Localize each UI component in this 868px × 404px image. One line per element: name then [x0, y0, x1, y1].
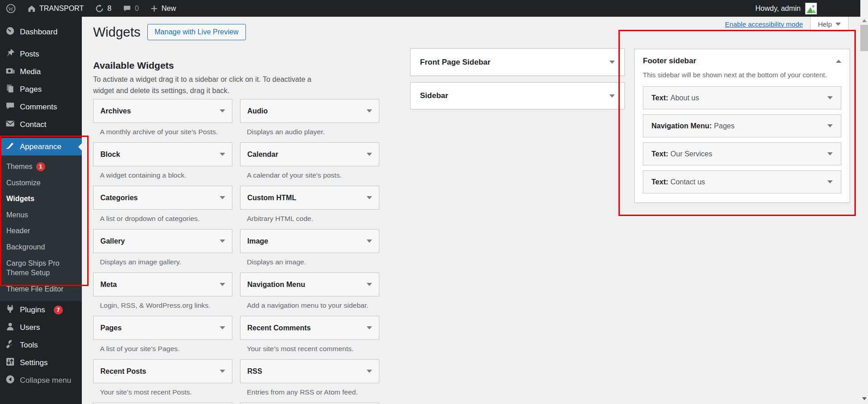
footer-sidebar-panel: Footer sidebar This sidebar will be show… [634, 49, 850, 203]
scrollbar-thumb[interactable] [860, 25, 868, 51]
widget-card-calendar[interactable]: Calendar [240, 142, 379, 166]
footer-sidebar-widgets: Text:About us Navigation Menu:Pages Text… [643, 86, 841, 193]
widget-desc: A widget containing a block. [100, 171, 232, 179]
sidebar-item-settings[interactable]: Settings [0, 354, 82, 371]
chevron-down-icon [220, 326, 225, 329]
widget-card-categories[interactable]: Categories [93, 186, 232, 210]
footer-widget-text-about-us[interactable]: Text:About us [643, 86, 841, 109]
widget-card-block[interactable]: Block [93, 142, 232, 166]
enable-accessibility-link[interactable]: Enable accessibility mode [725, 20, 803, 28]
page-title: Widgets [93, 25, 141, 40]
manage-live-preview-button[interactable]: Manage with Live Preview [147, 24, 246, 40]
collapse-arrow-icon [5, 375, 15, 386]
submenu-item-customize[interactable]: Customize [0, 175, 82, 191]
help-tab[interactable]: Help [810, 17, 849, 32]
footer-widget-navigation-menu-pages[interactable]: Navigation Menu:Pages [643, 114, 841, 137]
my-account-menu[interactable]: Howdy, admin [755, 5, 801, 13]
pages-icon [5, 84, 15, 95]
widget-card-recent-comments[interactable]: Recent Comments [240, 316, 379, 340]
footer-widget-text-our-services[interactable]: Text:Our Services [643, 142, 841, 165]
sidebar-item-posts[interactable]: Posts [0, 45, 82, 63]
submenu-item-background[interactable]: Background [0, 239, 82, 255]
sliders-icon [5, 357, 15, 369]
submenu-item-theme-setup[interactable]: Cargo Ships Pro Theme Setup [0, 255, 82, 281]
submenu-item-menus[interactable]: Menus [0, 207, 82, 223]
envelope-icon [5, 119, 15, 131]
available-widgets-grid: Archives A monthly archive of your site’… [93, 99, 379, 404]
widget-card-pages[interactable]: Pages [93, 316, 232, 340]
chevron-down-icon [367, 196, 372, 199]
submenu-item-widgets[interactable]: Widgets [0, 191, 82, 207]
widget-desc: Add a navigation menu to your sidebar. [247, 301, 379, 310]
submenu-item-header[interactable]: Header [0, 223, 82, 239]
footer-sidebar-description: This sidebar will be shown next at the b… [643, 71, 841, 79]
chevron-down-icon [609, 61, 615, 64]
themes-update-badge: 1 [36, 162, 45, 171]
plugin-icon [5, 304, 15, 316]
sidebar-item-media[interactable]: Media [0, 63, 82, 80]
sidebar-item-contact[interactable]: Contact [0, 116, 82, 133]
screen-meta: Enable accessibility mode Help [725, 17, 849, 32]
comments-count: 0 [135, 5, 139, 13]
chevron-down-icon [827, 180, 833, 183]
admin-menu: Dashboard Posts Media Pages Comments Con… [0, 17, 82, 404]
sidebar-item-users[interactable]: Users [0, 319, 82, 336]
sidebar-item-dashboard[interactable]: Dashboard [0, 23, 82, 41]
footer-widget-text-contact-us[interactable]: Text:Contact us [643, 170, 841, 193]
comment-icon [5, 101, 15, 113]
appearance-submenu: Themes 1 Customize Widgets Menus Header … [0, 155, 82, 301]
chevron-down-icon [220, 196, 225, 199]
plus-icon [151, 5, 158, 12]
chevron-down-icon [367, 326, 372, 329]
widget-card-audio[interactable]: Audio [240, 99, 379, 123]
avatar[interactable] [805, 3, 817, 14]
updates-menu[interactable]: 8 [90, 0, 117, 17]
widget-desc: Entries from any RSS or Atom feed. [247, 388, 379, 396]
updates-count: 8 [107, 5, 111, 13]
widget-desc: A calendar of your site’s posts. [247, 171, 379, 179]
howdy-text: Howdy, admin [755, 5, 801, 13]
submenu-item-themes[interactable]: Themes 1 [0, 159, 82, 175]
widget-card-meta[interactable]: Meta [93, 272, 232, 296]
camera-icon [5, 66, 15, 78]
sidebar-item-appearance[interactable]: Appearance [0, 138, 82, 155]
chevron-down-icon [220, 283, 225, 286]
sidebar-panel[interactable]: Sidebar [410, 82, 625, 109]
widget-card-gallery[interactable]: Gallery [93, 229, 232, 253]
chevron-down-icon [827, 124, 833, 127]
available-widgets-description: To activate a widget drag it to a sideba… [93, 74, 321, 97]
chevron-down-icon [827, 152, 833, 155]
available-widgets-heading: Available Widgets [93, 60, 174, 71]
comment-bubble-icon [123, 5, 131, 13]
sidebar-item-plugins[interactable]: Plugins 7 [0, 301, 82, 319]
wordpress-logo-menu[interactable]: W [0, 0, 22, 17]
widget-card-image[interactable]: Image [240, 229, 379, 253]
scrollbar[interactable] [860, 0, 868, 404]
collapse-menu-button[interactable]: Collapse menu [0, 371, 82, 389]
plugins-update-badge: 7 [54, 305, 63, 315]
widget-card-recent-posts[interactable]: Recent Posts [93, 359, 232, 383]
scrollbar-down-arrow-icon[interactable] [862, 397, 867, 400]
chevron-down-icon [220, 370, 225, 373]
scrollbar-up-arrow-icon[interactable] [862, 19, 867, 22]
comments-menu[interactable]: 0 [117, 0, 145, 17]
submenu-item-theme-file-editor[interactable]: Theme File Editor [0, 281, 82, 297]
chevron-down-icon [835, 23, 841, 26]
site-name-menu[interactable]: TRANSPORT [22, 0, 90, 17]
sidebar-item-pages[interactable]: Pages [0, 80, 82, 98]
widget-card-navigation-menu[interactable]: Navigation Menu [240, 272, 379, 296]
widget-card-rss[interactable]: RSS [240, 359, 379, 383]
widget-desc: A list or dropdown of categories. [100, 215, 232, 223]
new-label: New [161, 5, 176, 13]
widget-desc: Displays an image. [247, 258, 379, 266]
widget-card-archives[interactable]: Archives [93, 99, 232, 123]
svg-text:W: W [8, 5, 14, 12]
chevron-down-icon [367, 240, 372, 243]
front-page-sidebar-panel[interactable]: Front Page Sidebar [410, 48, 625, 76]
sidebar-item-comments[interactable]: Comments [0, 98, 82, 116]
widget-card-custom-html[interactable]: Custom HTML [240, 186, 379, 210]
new-content-menu[interactable]: New [145, 0, 182, 17]
site-name: TRANSPORT [39, 5, 84, 13]
sidebar-item-tools[interactable]: Tools [0, 336, 82, 354]
footer-sidebar-header[interactable]: Footer sidebar [643, 56, 841, 66]
